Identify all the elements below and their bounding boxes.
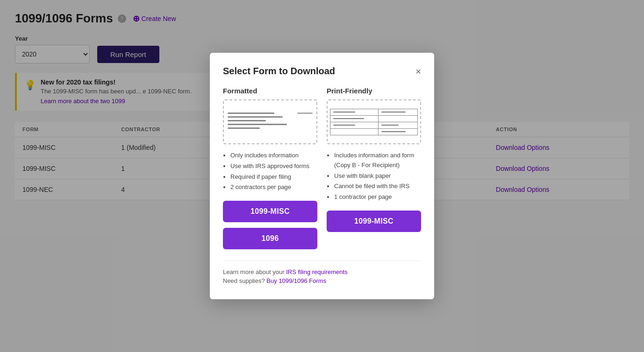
print-bullet: 1 contractor per page [334,192,421,202]
print-bullet: Includes information and form (Copy B - … [334,151,421,170]
print-friendly-preview [327,99,421,144]
modal-title: Select Form to Download [223,66,335,77]
formatted-column: Formatted [223,87,317,249]
print-friendly-column: Print-Friendly [327,87,421,249]
modal-header: Select Form to Download × [223,66,421,77]
formatted-1096-button[interactable]: 1096 [223,228,317,249]
formatted-features: Only includes informationUse with IRS ap… [223,151,317,192]
formatted-bullet: Only includes information [230,151,317,161]
formatted-bullet: 2 contractors per page [230,183,317,192]
formatted-buttons: 1099-MISC 1096 [223,201,317,249]
page-background: 1099/1096 Forms ? ⊕ Create New Year 2020… [0,0,644,352]
modal-footer: Learn more about your IRS filing require… [223,260,421,284]
formatted-bullet: Use with IRS approved forms [230,162,317,171]
buy-forms-link[interactable]: Buy 1099/1096 Forms [266,277,326,284]
footer-supplies-line: Need supplies? Buy 1099/1096 Forms [223,277,421,284]
select-form-modal: Select Form to Download × Formatted [210,53,434,299]
modal-columns: Formatted [223,87,421,249]
modal-close-button[interactable]: × [415,66,421,76]
footer-irs-prefix: Learn more about your [223,268,286,275]
pf-preview-table [330,108,418,135]
footer-irs-line: Learn more about your IRS filing require… [223,268,421,275]
footer-supplies-prefix: Need supplies? [223,277,266,284]
formatted-preview [223,99,317,144]
print-bullet: Cannot be filed with the IRS [334,182,421,191]
print-1099misc-button[interactable]: 1099-MISC [327,211,421,232]
print-bullet: Use with blank paper [334,171,421,181]
formatted-1099misc-button[interactable]: 1099-MISC [223,201,317,222]
print-friendly-label: Print-Friendly [327,87,421,95]
print-friendly-features: Includes information and form (Copy B - … [327,151,421,202]
irs-filing-link[interactable]: IRS filing requirements [286,268,348,275]
print-buttons: 1099-MISC [327,211,421,232]
formatted-label: Formatted [223,87,317,95]
formatted-bullet: Required if paper filing [230,172,317,182]
